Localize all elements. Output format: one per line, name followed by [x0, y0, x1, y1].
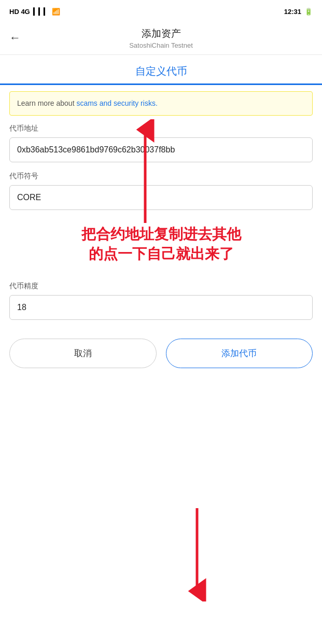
header: ← 添加资产 SatoshiChain Testnet [0, 21, 322, 55]
bottom-buttons: 取消 添加代币 [0, 329, 322, 384]
cancel-button[interactable]: 取消 [9, 339, 157, 368]
warning-link[interactable]: scams and security risks. [76, 99, 157, 107]
status-right: 12:31 🔋 [284, 8, 313, 16]
wifi-icon: 📶 [52, 8, 60, 16]
page-title-section: 自定义代币 [0, 55, 322, 85]
form-section-2: 代币精度 [0, 282, 322, 320]
add-token-button[interactable]: 添加代币 [166, 339, 313, 368]
warning-box: Learn more about scams and security risk… [9, 91, 313, 116]
status-left: HD 4G ▎▎▎ 📶 [9, 8, 60, 16]
signal-icon: ▎▎▎ [33, 8, 49, 16]
page-header-title: 添加资产 [142, 27, 181, 40]
arrow-down-annotation [176, 508, 218, 601]
status-bar: HD 4G ▎▎▎ 📶 12:31 🔋 [0, 0, 322, 21]
warning-text: Learn more about [17, 99, 76, 107]
page-title: 自定义代币 [10, 64, 312, 78]
arrow-up-annotation [124, 119, 166, 223]
battery-icon: 🔋 [304, 8, 313, 16]
annotation-text: 把合约地址复制进去其他 的点一下自己就出来了 [9, 219, 313, 269]
page-header-subtitle: SatoshiChain Testnet [129, 41, 193, 49]
token-decimals-group: 代币精度 [9, 282, 313, 320]
back-button[interactable]: ← [9, 31, 21, 45]
token-decimals-input[interactable] [9, 295, 313, 320]
token-decimals-label: 代币精度 [9, 282, 313, 291]
hd-label: HD 4G [9, 8, 30, 16]
time-label: 12:31 [284, 8, 301, 16]
